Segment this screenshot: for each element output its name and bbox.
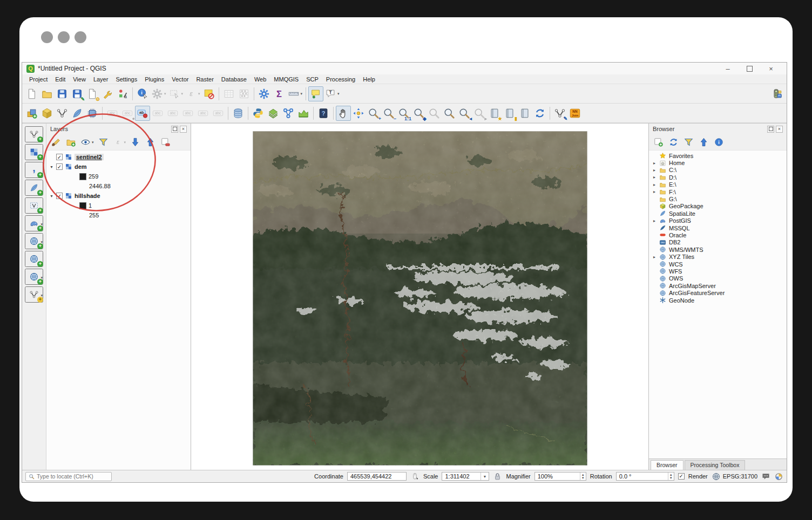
layer-visibility-checkbox[interactable]: ✓ <box>56 154 63 160</box>
layer-row-sentinel2[interactable]: ✓ sentinel2 <box>46 152 191 162</box>
statistics-button[interactable]: ▾ <box>272 86 287 101</box>
expander-icon[interactable]: ▾ <box>49 165 54 169</box>
add-selected-layers-button[interactable] <box>652 135 665 149</box>
layer-row-hillshade[interactable]: ▾ ✓ hillshade <box>46 191 191 201</box>
close-panel-button[interactable]: × <box>180 126 187 133</box>
menu-settings[interactable]: Settings <box>112 76 141 83</box>
expander-icon[interactable]: ▸ <box>652 168 657 173</box>
layer-visibility-checkbox[interactable]: ✓ <box>56 163 63 170</box>
highlight-pinned-labels-button[interactable] <box>135 106 150 121</box>
menu-help[interactable]: Help <box>359 76 379 83</box>
minimize-button[interactable]: – <box>724 65 732 72</box>
collapse-all-browser-button[interactable] <box>697 135 710 149</box>
save-project-button[interactable]: ▾ <box>55 86 70 101</box>
new-geopackage-button[interactable] <box>39 106 55 121</box>
map-canvas[interactable] <box>191 124 648 470</box>
traffic-light-1[interactable] <box>41 31 53 43</box>
pan-map-button[interactable] <box>336 106 351 121</box>
manage-map-themes-button[interactable]: ▾ <box>79 135 95 149</box>
restore-button[interactable] <box>746 65 753 72</box>
close-button[interactable]: × <box>767 65 775 72</box>
layer-row-dem[interactable]: ▾ ✓ dem <box>46 162 191 172</box>
zoom-native-button[interactable]: 1:1 <box>396 106 411 121</box>
browser-item-geopackage[interactable]: GeoPackage <box>649 203 787 210</box>
browser-item-home[interactable]: ▸ Home <box>649 159 787 166</box>
pin-labels-button[interactable] <box>150 106 165 121</box>
new-virtual-layer-button[interactable] <box>85 106 100 121</box>
crs-status[interactable]: EPSG:31700 <box>712 472 757 481</box>
text-annotation-button[interactable]: ▾ <box>323 86 341 101</box>
layer-labeling-button[interactable] <box>105 106 120 121</box>
field-calculator-button[interactable]: ▾ <box>236 86 252 101</box>
browser-item-wms-wmts[interactable]: WMS/WMTS <box>649 246 787 253</box>
add-virtual-vector-button[interactable]: +▾ <box>25 197 43 214</box>
add-wfs-button[interactable]: +▾ <box>25 269 43 285</box>
refresh-map-button[interactable] <box>532 106 547 121</box>
expander-icon[interactable]: ▸ <box>652 182 657 187</box>
browser-item-geonode[interactable]: GeoNode <box>649 297 787 304</box>
scale-dropdown-arrow-icon[interactable]: ▼ <box>481 473 489 480</box>
browser-item-e-drive[interactable]: ▸ E:\ <box>649 181 787 188</box>
measure-button[interactable]: ▾ <box>287 86 304 101</box>
tray-icon[interactable] <box>774 472 783 481</box>
pan-to-selection-button[interactable] <box>351 106 366 121</box>
expander-icon[interactable]: ▸ <box>652 175 657 180</box>
collapse-all-button[interactable]: ▾ <box>144 135 157 149</box>
menu-plugins[interactable]: Plugins <box>141 76 168 83</box>
add-wms-button[interactable]: +▾ <box>25 233 43 249</box>
browser-item-arcgis-feature-server[interactable]: ArcGisFeatureServer <box>649 289 787 296</box>
close-panel-button[interactable]: × <box>776 126 783 133</box>
new-shapefile-button[interactable] <box>55 106 70 121</box>
new-virtual-layer-toolbar-button[interactable]: +▾ <box>25 286 43 303</box>
menu-layer[interactable]: Layer <box>90 76 112 83</box>
traffic-light-2[interactable] <box>58 31 70 43</box>
add-spatialite-layer-button[interactable]: +▾ <box>25 180 43 196</box>
filter-legend-button[interactable]: ▾ <box>97 135 110 149</box>
show-bookmarks-button[interactable]: ▮ <box>502 106 517 121</box>
select-by-expression-button[interactable]: ▾ <box>184 86 201 101</box>
expander-icon[interactable]: ▸ <box>652 161 657 166</box>
add-raster-layer-button[interactable]: +▾ <box>25 144 43 160</box>
browser-item-mssql[interactable]: MSSQL <box>649 224 787 231</box>
traffic-light-3[interactable] <box>75 31 86 43</box>
menu-database[interactable]: Database <box>218 76 251 83</box>
locator-search[interactable] <box>25 472 112 481</box>
filter-legend-expression-button[interactable]: ▾ <box>112 135 127 149</box>
change-label-button[interactable] <box>211 106 226 121</box>
browser-item-postgis[interactable]: ▸ PostGIS <box>649 217 787 224</box>
project-properties-button[interactable]: ▾ <box>100 86 115 101</box>
expander-icon[interactable]: ▸ <box>652 189 657 194</box>
expand-all-button[interactable]: ▾ <box>128 135 142 149</box>
zoom-full-button[interactable]: ◆ <box>411 106 427 121</box>
locator-input[interactable] <box>37 473 109 480</box>
tab-browser[interactable]: Browser <box>651 460 684 470</box>
new-project-button[interactable]: ▾ <box>24 86 39 101</box>
add-group-button[interactable]: ▾ <box>64 135 78 149</box>
toggle-extents-icon[interactable] <box>410 472 419 481</box>
browser-item-favorites[interactable]: Favorites <box>649 152 787 159</box>
layer-visibility-checkbox[interactable]: ✓ <box>56 193 63 199</box>
add-postgis-button[interactable]: +▾ <box>25 215 43 231</box>
zoom-to-selection-button[interactable] <box>427 106 442 121</box>
browser-item-db2[interactable]: DB2 <box>649 239 787 246</box>
menu-web[interactable]: Web <box>251 76 270 83</box>
expander-icon[interactable]: ▸ <box>652 218 657 223</box>
menu-processing[interactable]: Processing <box>322 76 359 83</box>
map-tips-button[interactable]: ▾ <box>308 86 323 101</box>
refresh-browser-button[interactable] <box>667 135 680 149</box>
browser-item-arcgis-map-server[interactable]: ArcGisMapServer <box>649 282 787 289</box>
model-designer-button[interactable] <box>281 106 296 121</box>
filter-browser-button[interactable] <box>682 135 695 149</box>
legend-hillshade-max[interactable]: ✓ 255 <box>46 210 191 220</box>
new-spatialite-button[interactable] <box>70 106 85 121</box>
show-hide-labels-button[interactable] <box>165 106 180 121</box>
browser-item-f-drive[interactable]: ▸ F:\ <box>649 188 787 195</box>
expander-icon[interactable]: ▾ <box>49 194 54 199</box>
move-label-button[interactable] <box>180 106 195 121</box>
menu-scp[interactable]: SCP <box>302 76 322 83</box>
add-vector-layer-button[interactable]: +▾ <box>25 126 43 142</box>
rotate-label-button[interactable] <box>195 106 211 121</box>
legend-hillshade-min[interactable]: ✓ 1 <box>46 201 191 210</box>
browser-item-xyz-tiles[interactable]: ▸ XYZ Tiles <box>649 253 787 260</box>
open-layer-styling-button[interactable]: ▾ <box>49 135 63 149</box>
